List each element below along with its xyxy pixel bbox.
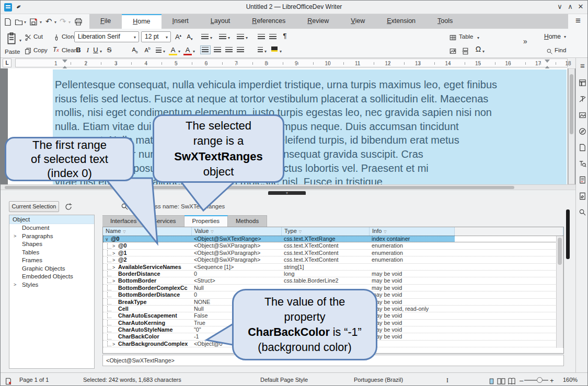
tree-item-tables[interactable]: Tables: [9, 249, 94, 257]
tab-extension[interactable]: Extension: [376, 14, 426, 29]
align-left-button[interactable]: [200, 45, 211, 54]
expander-icon[interactable]: >: [112, 341, 118, 347]
font-size-caret[interactable]: ▾: [166, 35, 168, 40]
copy-icon[interactable]: [25, 46, 32, 55]
background-color-caret[interactable]: ▾: [280, 49, 282, 54]
undo-dropdown-caret[interactable]: ▾: [54, 20, 56, 25]
property-row-0[interactable]: ∨@0<Object@SwXTextRange>css.text.XTextRa…: [103, 236, 563, 242]
document-vertical-scrollbar[interactable]: [568, 68, 575, 184]
column-header-type[interactable]: Type▽: [282, 227, 370, 236]
save-dropdown-caret[interactable]: ▾: [40, 20, 42, 25]
menubar-toggle-icon[interactable]: ≡: [573, 16, 583, 26]
bullet-list-icon[interactable]: [219, 34, 226, 40]
document-horizontal-scrollbar[interactable]: [1, 184, 575, 190]
increase-font-size-button[interactable]: A▴: [174, 33, 182, 41]
zoom-slider-track[interactable]: [524, 380, 548, 381]
copy-button[interactable]: Copy: [33, 47, 48, 53]
tree-item-shapes[interactable]: Shapes: [9, 240, 94, 249]
devtools-tab-properties[interactable]: Properties: [185, 215, 228, 227]
character-spacing-caret[interactable]: ▾: [163, 49, 165, 54]
style-inspector-icon[interactable]: [578, 93, 587, 102]
tree-item-embedded-objects[interactable]: Embedded Objects: [9, 273, 94, 281]
devtools-tab-interfaces[interactable]: Interfaces: [102, 215, 145, 227]
font-name-caret[interactable]: ▾: [134, 35, 136, 40]
expander-icon[interactable]: >: [112, 278, 118, 284]
formatting-marks-icon[interactable]: ¶: [281, 32, 289, 40]
column-header-name[interactable]: Name▽: [103, 227, 192, 236]
devtools-tab-methods[interactable]: Methods: [228, 215, 267, 227]
subscript-button[interactable]: Ab: [131, 46, 139, 54]
home-menu-button[interactable]: Home: [544, 33, 561, 40]
font-color-caret[interactable]: ▾: [193, 49, 195, 54]
find-icon[interactable]: [546, 46, 553, 56]
paste-button[interactable]: Paste: [5, 49, 20, 55]
decrease-font-size-button[interactable]: A▾: [186, 33, 194, 41]
tree-item-document[interactable]: Document: [9, 224, 94, 232]
tree-item-graphic-objects[interactable]: Graphic Objects: [9, 265, 94, 273]
align-right-icon[interactable]: [225, 47, 233, 53]
tab-stop-selector[interactable]: L: [3, 59, 11, 67]
font-color-button[interactable]: A: [183, 46, 192, 55]
scrollbar-thumb[interactable]: [558, 238, 562, 265]
tab-review[interactable]: Review: [296, 14, 340, 29]
bullet-list-caret[interactable]: ▾: [228, 36, 230, 40]
word-count[interactable]: Selected: 242 words, 1,683 characters: [83, 377, 181, 383]
page-style[interactable]: Default Page Style: [260, 377, 308, 383]
navigator-icon[interactable]: [578, 126, 587, 135]
page-break-icon[interactable]: [462, 46, 469, 55]
sort-filter-icon[interactable]: ▽: [211, 230, 213, 233]
underline-dropdown-caret[interactable]: ▾: [100, 49, 102, 54]
highlight-color-button[interactable]: A: [169, 46, 177, 55]
book-view-icon[interactable]: [508, 376, 516, 385]
text-language[interactable]: Portuguese (Brazil): [354, 377, 403, 383]
tab-file[interactable]: File: [89, 14, 122, 29]
close-button[interactable]: ✕: [576, 3, 585, 10]
toolbar-overflow-button[interactable]: »: [523, 37, 527, 45]
refresh-icon[interactable]: [64, 202, 73, 211]
sidebar-search-icon[interactable]: [578, 207, 587, 216]
page-deck-icon[interactable]: [578, 142, 587, 151]
table-grid-icon[interactable]: [449, 32, 457, 42]
align-justify-icon[interactable]: [237, 47, 244, 53]
column-header-info[interactable]: Info▽: [370, 227, 455, 236]
property-row-2[interactable]: >@2<Object@SwXParagraph>css.text.XTextCo…: [103, 256, 563, 263]
cut-button[interactable]: Cut: [33, 33, 43, 40]
line-spacing-caret[interactable]: ▾: [210, 36, 212, 40]
numbered-list-icon[interactable]: [237, 34, 244, 40]
italic-button[interactable]: I: [84, 46, 92, 54]
devtools-tab-services[interactable]: Services: [145, 215, 185, 227]
font-name-combobox[interactable]: Liberation Serif ▾: [74, 31, 139, 42]
zoom-in-button[interactable]: +: [550, 377, 554, 384]
find-toolbar-icon[interactable]: [578, 158, 587, 167]
bold-button[interactable]: B: [74, 46, 83, 54]
panel-splitter[interactable]: ▼: [1, 190, 575, 195]
special-character-caret[interactable]: ▾: [482, 49, 485, 54]
insert-table-button[interactable]: Table: [459, 33, 474, 40]
zoom-percentage[interactable]: 160%: [563, 377, 578, 383]
expander-icon[interactable]: >: [112, 264, 118, 270]
undo-icon[interactable]: ↶: [45, 17, 55, 26]
tab-home[interactable]: Home: [122, 14, 161, 29]
scrollbar-thumb[interactable]: [5, 186, 514, 189]
paragraph-spacing-caret[interactable]: ▾: [264, 49, 267, 54]
paste-icon[interactable]: [6, 32, 17, 44]
expander-icon[interactable]: ∨: [105, 236, 111, 242]
minimize-button[interactable]: ∨: [555, 3, 564, 10]
properties-deck-icon[interactable]: [578, 77, 587, 86]
collapse-arrow-icon[interactable]: >: [14, 232, 16, 241]
single-page-view-icon[interactable]: [488, 376, 495, 385]
property-row-1[interactable]: >@1<Object@SwXParagraph>css.text.XTextCo…: [103, 250, 563, 256]
property-row-borderdistance[interactable]: BorderDistance0longmay be void: [103, 271, 563, 277]
tree-item-paragraphs[interactable]: >Paragraphs: [9, 232, 94, 241]
class-refresh-icon[interactable]: [133, 202, 141, 211]
align-center-icon[interactable]: [214, 47, 221, 53]
clear-formatting-icon[interactable]: Tx: [53, 46, 59, 53]
maximize-button[interactable]: ∧: [566, 3, 575, 10]
property-row-availableservicenames[interactable]: >AvailableServiceNames<Sequence [1]>stri…: [103, 264, 563, 271]
print-icon[interactable]: [74, 17, 84, 26]
table-dropdown-caret[interactable]: ▾: [477, 36, 479, 40]
numbered-list-caret[interactable]: ▾: [246, 36, 248, 40]
column-header-value[interactable]: Value▽: [192, 227, 282, 236]
insert-mode-ibeam-icon[interactable]: I: [446, 377, 448, 384]
accessibility-check-icon[interactable]: [578, 174, 587, 183]
